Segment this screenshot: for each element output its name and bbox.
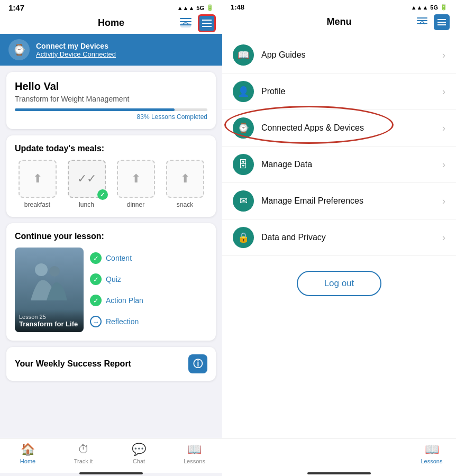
svg-rect-6 xyxy=(417,20,427,21)
person-icon-right[interactable] xyxy=(416,14,428,30)
info-button[interactable]: ⓘ xyxy=(188,354,207,373)
status-icons-right: ▲▲▲ 5G 🔋 xyxy=(411,4,448,11)
tab-chat-label: Chat xyxy=(133,458,145,464)
lesson-items-list: ✓ Content ✓ Quiz ✓ Action Plan → Reflect… xyxy=(90,248,207,332)
tab-lessons-right[interactable]: 📖 Lessons xyxy=(416,443,448,464)
manage-email-icon: ✉ xyxy=(233,190,254,212)
chevron-connected-apps: › xyxy=(442,123,445,134)
tab-chat[interactable]: 💬 Chat xyxy=(123,443,155,464)
app-guides-label: App Guides xyxy=(261,50,435,60)
data-privacy-label: Data and Privacy xyxy=(261,233,435,242)
lesson-item-content[interactable]: ✓ Content xyxy=(90,252,207,264)
menu-item-app-guides[interactable]: 📖 App Guides › xyxy=(222,37,456,74)
log-out-button[interactable]: Log out xyxy=(297,271,382,296)
lesson-item-action-plan[interactable]: ✓ Action Plan xyxy=(90,295,207,306)
menu-item-connected-apps[interactable]: ⌚ Connected Apps & Devices › xyxy=(222,110,456,147)
success-report-card: Your Weekly Success Report ⓘ xyxy=(6,347,216,381)
track-it-icon: ⏱ xyxy=(78,443,89,456)
lesson-item-reflection[interactable]: → Reflection xyxy=(90,316,207,327)
home-indicator-left xyxy=(0,473,222,476)
reflection-arrow-icon: → xyxy=(90,316,102,327)
lesson-persons-figure xyxy=(15,258,84,316)
meal-snack[interactable]: ⬆ snack xyxy=(166,160,204,208)
lesson-number: Lesson 25 xyxy=(19,314,79,320)
meals-card: Update today's meals: ⬆ breakfast ✓✓ ✓ l… xyxy=(6,135,216,217)
main-content-left: Hello Val Transform for Weight Managemen… xyxy=(0,66,222,438)
manage-data-label: Manage Data xyxy=(261,160,435,169)
meal-lunch[interactable]: ✓✓ ✓ lunch xyxy=(68,160,106,208)
app-guides-icon: 📖 xyxy=(233,44,254,66)
meal-label-dinner: dinner xyxy=(127,201,144,208)
tab-lessons[interactable]: 📖 Lessons xyxy=(179,443,211,464)
top-nav-left: Home xyxy=(0,14,222,34)
lesson-section-title: Continue your lesson: xyxy=(15,232,207,241)
reflection-link[interactable]: Reflection xyxy=(106,317,139,326)
tab-home[interactable]: 🏠 Home xyxy=(12,443,44,464)
tab-track-it[interactable]: ⏱ Track it xyxy=(68,443,99,464)
tab-home-label: Home xyxy=(20,458,35,464)
svg-rect-8 xyxy=(417,23,427,24)
spacer-right xyxy=(222,307,456,438)
chevron-data-privacy: › xyxy=(442,232,445,243)
content-link[interactable]: Content xyxy=(106,254,132,262)
meals-grid: ⬆ breakfast ✓✓ ✓ lunch ⬆ dinner xyxy=(15,160,207,208)
menu-item-manage-data[interactable]: 🗄 Manage Data › xyxy=(222,147,456,183)
action-plan-check-icon: ✓ xyxy=(90,295,102,306)
success-report-title: Your Weekly Success Report xyxy=(15,359,131,369)
program-name: Transform for Weight Management xyxy=(15,95,207,103)
meal-box-snack[interactable]: ⬆ xyxy=(166,160,204,198)
hello-card: Hello Val Transform for Weight Managemen… xyxy=(6,72,216,129)
right-panel: 1:48 ▲▲▲ 5G 🔋 Menu xyxy=(222,0,456,476)
connected-apps-wrapper: ⌚ Connected Apps & Devices › xyxy=(222,110,456,147)
svg-rect-7 xyxy=(417,17,427,19)
quiz-link[interactable]: Quiz xyxy=(106,275,121,283)
menu-item-data-privacy[interactable]: 🔒 Data and Privacy › xyxy=(222,219,456,256)
status-bar-right: 1:48 ▲▲▲ 5G 🔋 xyxy=(222,0,456,13)
hamburger-button[interactable] xyxy=(198,14,216,32)
bottom-nav-right: 📖 Lessons xyxy=(222,438,456,473)
meal-label-snack: snack xyxy=(177,201,193,208)
home-icon: 🏠 xyxy=(21,443,35,456)
meal-box-dinner[interactable]: ⬆ xyxy=(117,160,155,198)
lessons-icon: 📖 xyxy=(187,443,202,456)
meal-dinner[interactable]: ⬆ dinner xyxy=(117,160,155,208)
checkmark-lunch: ✓ xyxy=(97,189,108,200)
lesson-thumbnail: Lesson 25 Transform for Life xyxy=(15,248,84,332)
meals-title: Update today's meals: xyxy=(15,144,207,153)
content-check-icon: ✓ xyxy=(90,252,102,264)
log-out-section: Log out xyxy=(222,260,456,307)
lesson-item-quiz[interactable]: ✓ Quiz xyxy=(90,273,207,285)
menu-item-profile[interactable]: 👤 Profile › xyxy=(222,74,456,110)
meal-box-breakfast[interactable]: ⬆ xyxy=(19,160,57,198)
lesson-content: Lesson 25 Transform for Life ✓ Content ✓… xyxy=(15,248,207,332)
profile-label: Profile xyxy=(261,87,435,96)
greeting-title: Hello Val xyxy=(15,80,207,93)
network-type-right: 5G xyxy=(430,4,438,11)
meal-box-lunch[interactable]: ✓✓ ✓ xyxy=(68,160,106,198)
svg-point-4 xyxy=(35,263,48,276)
data-privacy-icon: 🔒 xyxy=(233,227,254,248)
battery-icon: 🔋 xyxy=(206,4,214,11)
action-plan-link[interactable]: Action Plan xyxy=(106,296,143,305)
connect-banner[interactable]: ⌚ Connect my Devices Activity Device Con… xyxy=(0,34,222,66)
home-indicator-right xyxy=(222,473,456,476)
meal-label-breakfast: breakfast xyxy=(24,201,50,208)
connect-text-block: Connect my Devices Activity Device Conne… xyxy=(36,42,116,58)
left-panel: 1:47 ▲▲▲ 5G 🔋 Home xyxy=(0,0,222,476)
hamburger-button-right[interactable] xyxy=(434,14,450,30)
tab-lessons-label: Lessons xyxy=(184,458,205,464)
manage-data-icon: 🗄 xyxy=(233,154,254,175)
chevron-manage-email: › xyxy=(442,196,445,207)
home-indicator-bar-right xyxy=(307,472,371,474)
connected-apps-label: Connected Apps & Devices xyxy=(261,123,435,133)
menu-item-manage-email[interactable]: ✉ Manage Email Preferences › xyxy=(222,183,456,219)
meal-breakfast[interactable]: ⬆ breakfast xyxy=(19,160,57,208)
device-watch-icon: ⌚ xyxy=(8,39,30,60)
svg-rect-2 xyxy=(180,18,191,19)
connected-apps-icon: ⌚ xyxy=(233,117,254,139)
bottom-nav-left: 🏠 Home ⏱ Track it 💬 Chat 📖 Lessons xyxy=(0,438,222,473)
signal-icon-right: ▲▲▲ xyxy=(411,4,428,11)
chevron-profile: › xyxy=(442,86,445,97)
person-icon[interactable] xyxy=(179,15,193,32)
lesson-title-thumb: Transform for Life xyxy=(19,320,79,328)
